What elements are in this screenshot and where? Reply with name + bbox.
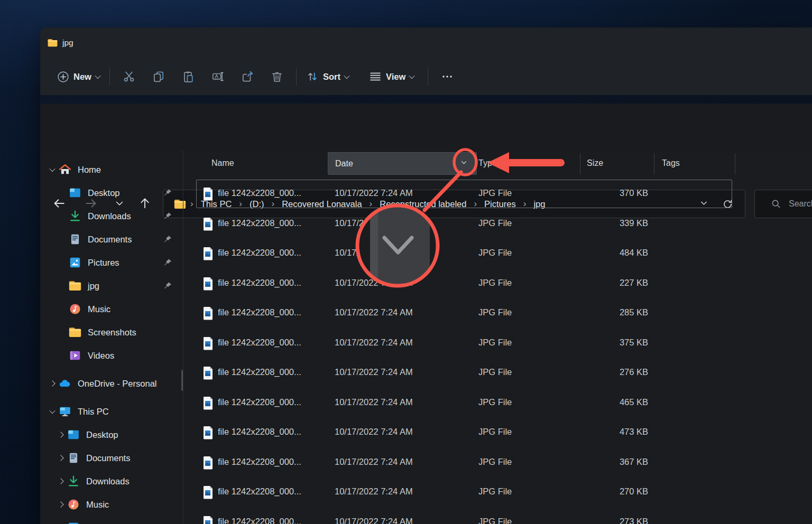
window-seam	[40, 95, 812, 104]
table-row[interactable]: file 1242x2208_000... 10/17/2022 7:24 AM…	[40, 210, 812, 240]
paste-icon	[182, 70, 195, 83]
table-row[interactable]: file 1242x2208_000... 10/17/2022 7:24 AM…	[40, 508, 812, 524]
file-name: file 1242x2208_000...	[218, 457, 301, 467]
view-button-label: View	[386, 72, 405, 82]
file-date: 10/17/2022 7:24 AM	[335, 218, 413, 228]
jpg-file-icon	[203, 516, 214, 524]
file-date: 10/17/2022 7:24 AM	[335, 188, 413, 198]
file-date: 10/17/2022 7:24 AM	[335, 517, 413, 524]
window-title: jpg	[62, 38, 73, 48]
toolbar-separator	[109, 68, 110, 86]
file-type: JPG File	[478, 367, 512, 377]
file-type: JPG File	[478, 397, 512, 407]
file-size: 473 KB	[569, 427, 648, 437]
jpg-file-icon	[203, 217, 214, 233]
delete-button[interactable]	[262, 65, 292, 88]
jpg-file-icon	[203, 396, 214, 412]
file-type: JPG File	[478, 218, 512, 228]
file-name: file 1242x2208_000...	[218, 248, 301, 258]
file-name: file 1242x2208_000...	[218, 307, 301, 317]
toolbar-separator	[428, 68, 428, 86]
sort-button[interactable]: Sort	[301, 65, 354, 88]
sort-icon	[306, 70, 319, 83]
rename-button[interactable]: A	[203, 65, 233, 88]
file-size: 484 KB	[569, 248, 648, 258]
new-button-label: New	[73, 72, 91, 82]
column-header-type[interactable]: Type	[478, 158, 497, 168]
file-size: 270 KB	[569, 486, 648, 497]
file-date: 10/17/2022 7:24 AM	[335, 397, 413, 407]
jpg-file-icon	[203, 366, 214, 382]
more-options-button[interactable]	[432, 65, 462, 88]
file-name: file 1242x2208_000...	[218, 278, 301, 288]
column-header-name[interactable]: Name	[211, 158, 234, 168]
file-type: JPG File	[478, 188, 512, 198]
plus-circle-icon	[57, 71, 69, 83]
table-row[interactable]: file 1242x2208_000... 10/17/2022 7:24 AM…	[40, 299, 812, 329]
jpg-file-icon	[203, 426, 214, 442]
file-date: 10/17/2022 7:24 AM	[335, 427, 413, 437]
title-bar: jpg	[40, 27, 812, 58]
column-separator[interactable]	[580, 153, 580, 174]
folder-icon	[48, 39, 58, 47]
file-name: file 1242x2208_000...	[218, 338, 301, 348]
file-size: 465 KB	[569, 397, 648, 407]
date-filter-chevron-icon[interactable]	[460, 158, 468, 169]
jpg-file-icon	[203, 306, 214, 322]
copy-button[interactable]	[144, 65, 173, 88]
sort-button-label: Sort	[323, 72, 340, 82]
file-date: 10/17/2022 7:24 AM	[335, 367, 413, 377]
file-date: 10/17/2022 7:24 AM	[335, 278, 413, 288]
jpg-file-icon	[203, 277, 214, 293]
column-header-date[interactable]: Date	[328, 152, 477, 175]
navigation-bar: ›This PC›(D:)›Recovered Lonavala›Reconst…	[40, 104, 812, 151]
file-type: JPG File	[478, 338, 512, 348]
table-row[interactable]: file 1242x2208_000... 10/17/2022 7:24 AM…	[40, 329, 812, 359]
table-row[interactable]: file 1242x2208_000... 10/17/2022 7:24 AM…	[40, 418, 812, 448]
table-row[interactable]: file 1242x2208_000... 10/17/2022 7:24 AM…	[40, 478, 812, 508]
table-row[interactable]: file 1242x2208_000... 10/17/2022 7:24 AM…	[40, 448, 812, 479]
file-name: file 1242x2208_000...	[218, 188, 301, 198]
jpg-file-icon	[203, 187, 214, 203]
jpg-file-icon	[203, 485, 214, 501]
scissors-icon	[123, 70, 135, 83]
rename-icon: A	[211, 70, 224, 83]
file-type: JPG File	[478, 517, 512, 524]
file-date: 10/17/2022 7:24 AM	[335, 457, 413, 467]
new-button[interactable]: New	[52, 65, 105, 88]
table-row[interactable]: file 1242x2208_000... 10/17/2022 7:24 AM…	[40, 269, 812, 300]
file-name: file 1242x2208_000...	[218, 486, 301, 497]
file-type: JPG File	[478, 278, 512, 288]
file-list: file 1242x2208_000... 10/17/2022 7:24 AM…	[40, 180, 812, 524]
column-header-size[interactable]: Size	[587, 158, 603, 168]
file-size: 227 KB	[569, 278, 648, 288]
jpg-file-icon	[203, 247, 214, 263]
chevron-down-icon	[344, 73, 349, 79]
sidebar-item-label: Home	[78, 165, 101, 175]
table-row[interactable]: file 1242x2208_000... 10/17/2022 7:24 AM…	[40, 239, 812, 269]
table-row[interactable]: file 1242x2208_000... 10/17/2022 7:24 AM…	[40, 359, 812, 389]
file-type: JPG File	[478, 427, 512, 437]
table-row[interactable]: file 1242x2208_000... 10/17/2022 7:24 AM…	[40, 180, 812, 210]
column-separator[interactable]	[735, 153, 735, 174]
ellipsis-icon	[440, 70, 454, 83]
sidebar-item-home[interactable]: Home	[40, 158, 183, 181]
column-separator[interactable]	[654, 153, 654, 174]
jpg-file-icon	[203, 456, 214, 472]
share-button[interactable]	[233, 65, 262, 88]
column-header-tags[interactable]: Tags	[662, 158, 680, 168]
paste-button[interactable]	[173, 65, 203, 88]
file-size: 375 KB	[569, 338, 648, 348]
share-icon	[241, 70, 254, 83]
file-size: 285 KB	[569, 307, 648, 317]
chevron-down-icon[interactable]	[47, 167, 58, 172]
cut-button[interactable]	[114, 65, 144, 88]
table-row[interactable]: file 1242x2208_000... 10/17/2022 7:24 AM…	[40, 389, 812, 419]
copy-icon	[152, 70, 165, 83]
jpg-file-icon	[203, 336, 214, 352]
file-type: JPG File	[478, 457, 512, 467]
command-bar: New A Sort View	[40, 58, 812, 95]
file-date: 10/17/2022 7:24 AM	[335, 338, 413, 348]
view-button[interactable]: View	[364, 65, 419, 88]
home-icon	[58, 163, 72, 176]
